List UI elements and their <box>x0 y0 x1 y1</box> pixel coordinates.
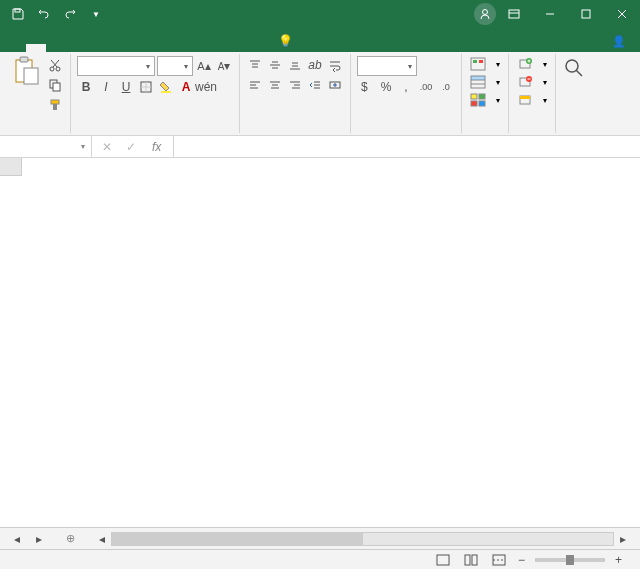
view-page-layout-icon[interactable] <box>462 551 480 569</box>
paste-button[interactable] <box>10 56 42 129</box>
user-area <box>466 3 532 25</box>
align-right-icon[interactable] <box>286 76 304 94</box>
view-page-break-icon[interactable] <box>490 551 508 569</box>
svg-text:$: $ <box>361 80 368 94</box>
font-color-button[interactable]: A <box>177 78 195 96</box>
zoom-in-button[interactable]: + <box>615 553 622 567</box>
tab-layout[interactable] <box>92 44 112 52</box>
grid[interactable]: ⎘ ↘ <box>0 158 640 527</box>
zoom-out-button[interactable]: − <box>518 553 525 567</box>
wrap-text-icon[interactable] <box>326 56 344 74</box>
svg-point-11 <box>50 67 54 71</box>
cancel-formula-icon[interactable]: ✕ <box>98 138 116 156</box>
minimize-button[interactable] <box>532 0 568 28</box>
format-painter-button[interactable] <box>46 96 64 114</box>
svg-rect-17 <box>51 100 59 104</box>
tab-formulas[interactable] <box>114 44 134 52</box>
merge-button[interactable] <box>326 76 344 94</box>
tab-developer[interactable] <box>202 44 222 52</box>
decrease-indent-icon[interactable] <box>306 76 324 94</box>
font-size-select[interactable]: ▾ <box>157 56 193 76</box>
currency-icon[interactable]: $ <box>357 78 375 96</box>
fx-icon[interactable]: fx <box>146 140 167 154</box>
comma-icon[interactable]: , <box>397 78 415 96</box>
svg-rect-55 <box>479 94 485 99</box>
tab-draw[interactable] <box>70 44 90 52</box>
underline-button[interactable]: U <box>117 78 135 96</box>
redo-button[interactable] <box>60 4 80 24</box>
group-styles: ▾ ▾ ▾ <box>462 54 509 133</box>
tab-review[interactable] <box>158 44 178 52</box>
tab-help[interactable] <box>224 44 244 52</box>
cut-button[interactable] <box>46 56 64 74</box>
undo-button[interactable] <box>34 4 54 24</box>
sheet-nav-prev-icon[interactable]: ◂ <box>8 530 26 548</box>
tab-file[interactable] <box>4 44 24 52</box>
align-center-icon[interactable] <box>266 76 284 94</box>
increase-decimal-icon[interactable]: .00 <box>417 78 435 96</box>
copy-button[interactable] <box>46 76 64 94</box>
align-middle-icon[interactable] <box>266 56 284 74</box>
enter-formula-icon[interactable]: ✓ <box>122 138 140 156</box>
delete-cells-button[interactable]: ▾ <box>515 74 549 90</box>
share-button[interactable]: 👤 <box>602 30 636 52</box>
select-all-corner[interactable] <box>0 158 22 176</box>
align-left-icon[interactable] <box>246 76 264 94</box>
svg-rect-22 <box>161 91 171 93</box>
align-top-icon[interactable] <box>246 56 264 74</box>
format-as-table-button[interactable]: ▾ <box>468 74 502 90</box>
insert-cells-button[interactable]: ▾ <box>515 56 549 72</box>
tab-view[interactable] <box>180 44 200 52</box>
name-box[interactable]: ▾ <box>0 136 92 157</box>
tab-insert[interactable] <box>48 44 68 52</box>
number-format-select[interactable]: ▾ <box>357 56 417 76</box>
tell-me[interactable]: 💡 <box>268 30 307 52</box>
orientation-icon[interactable]: ab <box>306 56 324 74</box>
find-button[interactable] <box>562 56 586 82</box>
group-font: ▾ ▾ A▴ A▾ B I U A wén <box>71 54 240 133</box>
decrease-font-icon[interactable]: A▾ <box>215 57 233 75</box>
svg-rect-48 <box>473 60 477 63</box>
group-cells: ▾ ▾ ▾ <box>509 54 556 133</box>
maximize-button[interactable] <box>568 0 604 28</box>
window-controls <box>532 0 640 28</box>
tab-home[interactable] <box>26 44 46 52</box>
percent-icon[interactable]: % <box>377 78 395 96</box>
bold-button[interactable]: B <box>77 78 95 96</box>
clipboard-label <box>10 129 64 131</box>
add-sheet-button[interactable]: ⊕ <box>56 530 85 547</box>
tab-data[interactable] <box>136 44 156 52</box>
svg-rect-5 <box>582 10 590 18</box>
cells-label <box>515 129 549 131</box>
cell-styles-button[interactable]: ▾ <box>468 92 502 108</box>
font-name-select[interactable]: ▾ <box>77 56 155 76</box>
increase-font-icon[interactable]: A▴ <box>195 57 213 75</box>
view-normal-icon[interactable] <box>434 551 452 569</box>
svg-rect-47 <box>471 58 485 70</box>
avatar[interactable] <box>474 3 496 25</box>
close-button[interactable] <box>604 0 640 28</box>
conditional-format-button[interactable]: ▾ <box>468 56 502 72</box>
border-button[interactable] <box>137 78 155 96</box>
sheet-nav-next-icon[interactable]: ▸ <box>30 530 48 548</box>
decrease-decimal-icon[interactable]: .0 <box>437 78 455 96</box>
svg-rect-54 <box>471 94 477 99</box>
italic-button[interactable]: I <box>97 78 115 96</box>
ribbon-display-icon[interactable] <box>504 4 524 24</box>
fill-color-button[interactable] <box>157 78 175 96</box>
sheet-area: ⎘ ↘ ◂ ▸ ⊕ ◂ ▸ <box>0 158 640 549</box>
quick-access-toolbar: ▼ <box>0 4 114 24</box>
title-bar: ▼ <box>0 0 640 28</box>
format-cells-button[interactable]: ▾ <box>515 92 549 108</box>
svg-line-68 <box>576 70 582 76</box>
align-bottom-icon[interactable] <box>286 56 304 74</box>
save-button[interactable] <box>8 4 28 24</box>
svg-rect-57 <box>479 101 485 106</box>
horizontal-scrollbar[interactable]: ◂ ▸ <box>85 530 640 548</box>
phonetic-button[interactable]: wén <box>197 78 215 96</box>
zoom-slider[interactable] <box>535 558 605 562</box>
formula-input[interactable] <box>174 136 640 157</box>
ribbon-tabs: 💡 👤 <box>0 28 640 52</box>
qat-dropdown[interactable]: ▼ <box>86 4 106 24</box>
tab-pdf[interactable] <box>246 44 266 52</box>
